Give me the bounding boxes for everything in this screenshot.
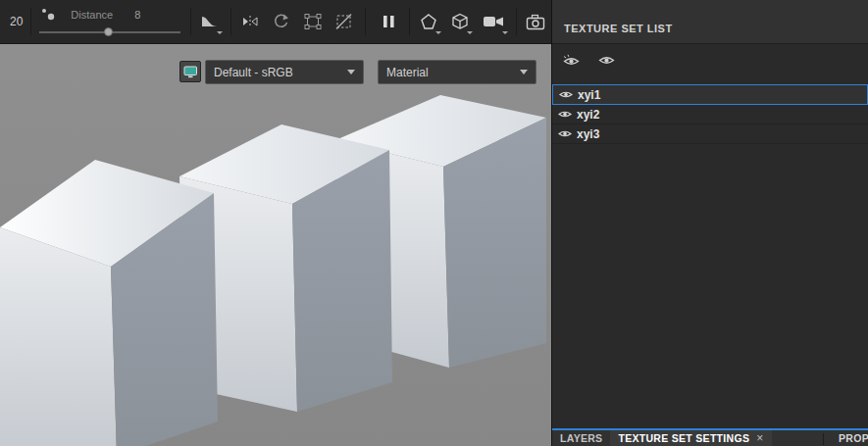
chevron-down-icon — [347, 70, 355, 74]
color-profile-dropdown[interactable]: Default - sRGB — [205, 60, 364, 84]
projection-cube-button[interactable] — [447, 7, 473, 36]
chevron-down-icon — [520, 70, 528, 74]
texture-set-row-xyi1[interactable]: xyi1 — [552, 84, 868, 105]
toolbar-separator — [230, 8, 231, 35]
texture-set-list-panel: TEXTURE SET LIST — [551, 0, 868, 446]
visibility-eye-icon[interactable] — [558, 109, 572, 120]
chevron-down-icon — [217, 31, 223, 34]
panel-header: TEXTURE SET LIST — [552, 0, 868, 44]
texture-set-row-xyi2[interactable]: xyi2 — [552, 105, 868, 124]
distance-slider-handle[interactable] — [104, 27, 113, 36]
tab-label: TEXTURE SET SETTINGS — [618, 432, 749, 444]
tab-layers[interactable]: LAYERS — [552, 430, 610, 446]
texture-set-name: xyi2 — [577, 108, 599, 122]
distance-value: 8 — [134, 9, 140, 21]
chevron-down-icon — [467, 31, 473, 34]
falloff-curve-button[interactable] — [197, 7, 223, 36]
top-toolbar: 20 Distance 8 — [0, 0, 551, 44]
tab-divider — [823, 433, 824, 445]
tab-texture-set-settings[interactable]: TEXTURE SET SETTINGS × — [610, 430, 771, 446]
close-icon[interactable]: × — [756, 431, 763, 445]
texture-set-list: xyi1 xyi2 xyi3 — [552, 84, 868, 144]
bottom-dock-tabs: LAYERS TEXTURE SET SETTINGS × PROPE — [552, 428, 868, 446]
radial-symmetry-button[interactable] — [269, 7, 294, 36]
color-profile-value: Default - sRGB — [214, 66, 293, 79]
toggle-all-visibility-eye-icon[interactable] — [560, 51, 582, 71]
camera-mode-button[interactable] — [479, 7, 508, 36]
distance-label: Distance — [71, 9, 113, 21]
visibility-toolbar — [552, 44, 868, 76]
lasso-disabled-button[interactable] — [332, 7, 357, 36]
chevron-down-icon — [435, 31, 441, 34]
toolbar-separator — [409, 8, 410, 35]
viewport-controls: Default - sRGB Material — [0, 60, 551, 85]
cubes-scene — [0, 44, 551, 446]
texture-set-row-xyi3[interactable]: xyi3 — [552, 124, 868, 144]
chevron-down-icon — [502, 31, 508, 34]
distance-control: Distance 8 — [37, 5, 182, 38]
spacing-dots-icon[interactable] — [37, 0, 59, 29]
snapshot-camera-button[interactable] — [523, 7, 548, 36]
toolbar-separator — [365, 8, 366, 35]
viewport-3d[interactable]: Default - sRGB Material — [0, 44, 551, 446]
mirror-symmetry-button[interactable] — [237, 7, 263, 36]
transform-button[interactable] — [300, 7, 326, 36]
display-settings-icon — [183, 65, 198, 79]
pause-button[interactable] — [376, 7, 401, 36]
texture-set-name: xyi3 — [577, 127, 599, 141]
visibility-eye-icon[interactable] — [558, 128, 572, 139]
display-settings-button[interactable] — [179, 61, 201, 82]
panel-title: TEXTURE SET LIST — [564, 23, 673, 34]
painter-window: 20 Distance 8 — [0, 0, 868, 446]
distance-slider[interactable] — [37, 26, 182, 38]
texture-set-name: xyi1 — [578, 88, 600, 102]
visibility-eye-icon[interactable] — [595, 51, 617, 71]
brush-size-value[interactable]: 20 — [10, 15, 23, 28]
polygon-fill-button[interactable] — [416, 7, 441, 36]
tab-properties-partial[interactable]: PROPE — [831, 430, 868, 446]
visibility-eye-icon[interactable] — [559, 89, 573, 100]
shading-mode-dropdown[interactable]: Material — [378, 60, 536, 84]
toolbar-separator — [190, 8, 191, 35]
shading-mode-value: Material — [386, 66, 429, 79]
toolbar-separator — [30, 8, 31, 35]
toolbar-separator — [516, 8, 517, 35]
